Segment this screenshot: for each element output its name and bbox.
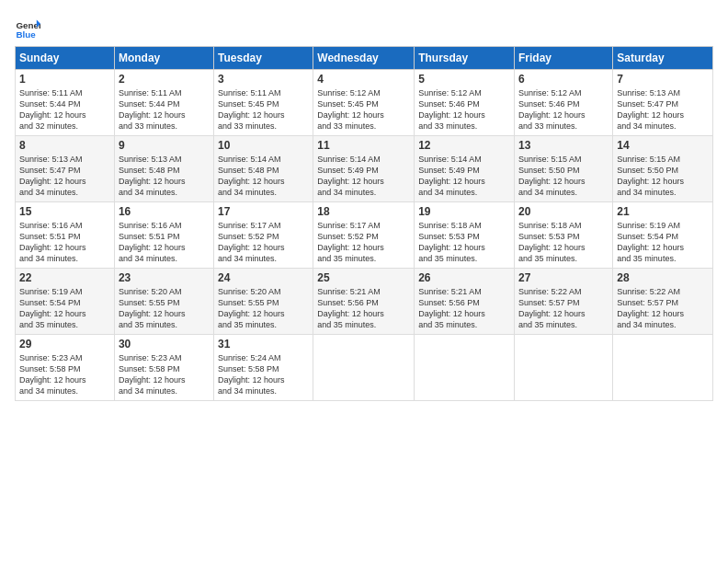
day-info: Sunrise: 5:20 AMSunset: 5:55 PMDaylight:… (119, 286, 210, 331)
day-info: Sunrise: 5:12 AMSunset: 5:46 PMDaylight:… (518, 87, 609, 132)
day-number: 20 (518, 205, 609, 218)
day-info: Sunrise: 5:14 AMSunset: 5:49 PMDaylight:… (317, 154, 410, 199)
calendar-day (415, 335, 515, 401)
header: General Blue (15, 15, 713, 40)
day-info: Sunrise: 5:17 AMSunset: 5:52 PMDaylight:… (218, 220, 309, 265)
day-info: Sunrise: 5:21 AMSunset: 5:56 PMDaylight:… (418, 286, 510, 331)
calendar-day: 30 Sunrise: 5:23 AMSunset: 5:58 PMDaylig… (114, 335, 213, 401)
calendar-day: 18 Sunrise: 5:17 AMSunset: 5:52 PMDaylig… (313, 202, 415, 269)
logo: General Blue (15, 15, 40, 40)
day-number: 26 (418, 271, 510, 284)
day-number: 11 (317, 139, 410, 152)
day-number: 21 (617, 205, 709, 218)
day-number: 29 (19, 338, 110, 350)
calendar-day: 11 Sunrise: 5:14 AMSunset: 5:49 PMDaylig… (313, 136, 415, 202)
day-number: 18 (317, 205, 410, 218)
day-number: 17 (218, 205, 309, 218)
calendar-day: 28 Sunrise: 5:22 AMSunset: 5:57 PMDaylig… (613, 269, 713, 335)
calendar-day: 1 Sunrise: 5:11 AMSunset: 5:44 PMDayligh… (16, 70, 115, 136)
calendar-week-2: 8 Sunrise: 5:13 AMSunset: 5:47 PMDayligh… (16, 136, 713, 202)
day-info: Sunrise: 5:24 AMSunset: 5:58 PMDaylight:… (218, 352, 309, 397)
day-info: Sunrise: 5:23 AMSunset: 5:58 PMDaylight:… (19, 352, 110, 397)
calendar-day: 5 Sunrise: 5:12 AMSunset: 5:46 PMDayligh… (415, 70, 515, 136)
day-number: 6 (518, 73, 609, 86)
day-number: 31 (218, 338, 309, 350)
calendar-day: 8 Sunrise: 5:13 AMSunset: 5:47 PMDayligh… (16, 136, 115, 202)
day-info: Sunrise: 5:13 AMSunset: 5:48 PMDaylight:… (119, 154, 210, 199)
day-number: 16 (119, 205, 210, 218)
day-number: 7 (617, 73, 709, 86)
calendar-day (613, 335, 713, 401)
logo-icon: General Blue (15, 15, 40, 40)
day-number: 12 (418, 139, 510, 152)
day-info: Sunrise: 5:20 AMSunset: 5:55 PMDaylight:… (218, 286, 309, 331)
day-number: 4 (317, 73, 410, 86)
day-info: Sunrise: 5:17 AMSunset: 5:52 PMDaylight:… (317, 220, 410, 265)
day-info: Sunrise: 5:22 AMSunset: 5:57 PMDaylight:… (617, 286, 709, 331)
day-number: 10 (218, 139, 309, 152)
day-info: Sunrise: 5:19 AMSunset: 5:54 PMDaylight:… (617, 220, 709, 265)
calendar-day: 9 Sunrise: 5:13 AMSunset: 5:48 PMDayligh… (114, 136, 213, 202)
weekday-header-sunday: Sunday (16, 47, 115, 70)
calendar-day: 19 Sunrise: 5:18 AMSunset: 5:53 PMDaylig… (415, 202, 515, 269)
weekday-header-wednesday: Wednesday (313, 47, 415, 70)
calendar-day: 2 Sunrise: 5:11 AMSunset: 5:44 PMDayligh… (114, 70, 213, 136)
calendar-day: 16 Sunrise: 5:16 AMSunset: 5:51 PMDaylig… (114, 202, 213, 269)
weekday-header-monday: Monday (114, 47, 213, 70)
day-info: Sunrise: 5:22 AMSunset: 5:57 PMDaylight:… (518, 286, 609, 331)
day-info: Sunrise: 5:13 AMSunset: 5:47 PMDaylight:… (19, 154, 110, 199)
calendar-week-3: 15 Sunrise: 5:16 AMSunset: 5:51 PMDaylig… (16, 202, 713, 269)
calendar-day: 13 Sunrise: 5:15 AMSunset: 5:50 PMDaylig… (515, 136, 613, 202)
day-number: 25 (317, 271, 410, 284)
calendar-day: 10 Sunrise: 5:14 AMSunset: 5:48 PMDaylig… (214, 136, 313, 202)
day-number: 1 (19, 73, 110, 86)
calendar-day: 3 Sunrise: 5:11 AMSunset: 5:45 PMDayligh… (214, 70, 313, 136)
day-number: 13 (518, 139, 609, 152)
day-number: 5 (418, 73, 510, 86)
weekday-header-thursday: Thursday (415, 47, 515, 70)
day-info: Sunrise: 5:12 AMSunset: 5:45 PMDaylight:… (317, 87, 410, 132)
day-info: Sunrise: 5:18 AMSunset: 5:53 PMDaylight:… (418, 220, 510, 265)
calendar-day: 7 Sunrise: 5:13 AMSunset: 5:47 PMDayligh… (613, 70, 713, 136)
calendar-day: 25 Sunrise: 5:21 AMSunset: 5:56 PMDaylig… (313, 269, 415, 335)
calendar-day: 31 Sunrise: 5:24 AMSunset: 5:58 PMDaylig… (214, 335, 313, 401)
day-info: Sunrise: 5:16 AMSunset: 5:51 PMDaylight:… (19, 220, 110, 265)
calendar-day (313, 335, 415, 401)
day-number: 24 (218, 271, 309, 284)
day-info: Sunrise: 5:19 AMSunset: 5:54 PMDaylight:… (19, 286, 110, 331)
main-container: General Blue SundayMondayTuesdayWednesda… (0, 0, 728, 408)
day-number: 19 (418, 205, 510, 218)
weekday-header-row: SundayMondayTuesdayWednesdayThursdayFrid… (16, 47, 713, 70)
day-info: Sunrise: 5:21 AMSunset: 5:56 PMDaylight:… (317, 286, 410, 331)
day-number: 14 (617, 139, 709, 152)
calendar-table: SundayMondayTuesdayWednesdayThursdayFrid… (15, 46, 713, 401)
day-info: Sunrise: 5:16 AMSunset: 5:51 PMDaylight:… (119, 220, 210, 265)
day-number: 28 (617, 271, 709, 284)
day-info: Sunrise: 5:13 AMSunset: 5:47 PMDaylight:… (617, 87, 709, 132)
day-info: Sunrise: 5:12 AMSunset: 5:46 PMDaylight:… (418, 87, 510, 132)
calendar-day: 27 Sunrise: 5:22 AMSunset: 5:57 PMDaylig… (515, 269, 613, 335)
day-info: Sunrise: 5:14 AMSunset: 5:48 PMDaylight:… (218, 154, 309, 199)
day-info: Sunrise: 5:14 AMSunset: 5:49 PMDaylight:… (418, 154, 510, 199)
calendar-day: 26 Sunrise: 5:21 AMSunset: 5:56 PMDaylig… (415, 269, 515, 335)
calendar-day: 22 Sunrise: 5:19 AMSunset: 5:54 PMDaylig… (16, 269, 115, 335)
calendar-week-1: 1 Sunrise: 5:11 AMSunset: 5:44 PMDayligh… (16, 70, 713, 136)
calendar-day: 24 Sunrise: 5:20 AMSunset: 5:55 PMDaylig… (214, 269, 313, 335)
calendar-week-4: 22 Sunrise: 5:19 AMSunset: 5:54 PMDaylig… (16, 269, 713, 335)
day-number: 9 (119, 139, 210, 152)
day-number: 3 (218, 73, 309, 86)
day-info: Sunrise: 5:11 AMSunset: 5:44 PMDaylight:… (19, 87, 110, 132)
day-number: 27 (518, 271, 609, 284)
day-number: 30 (119, 338, 210, 350)
calendar-day: 21 Sunrise: 5:19 AMSunset: 5:54 PMDaylig… (613, 202, 713, 269)
day-number: 8 (19, 139, 110, 152)
calendar-day: 29 Sunrise: 5:23 AMSunset: 5:58 PMDaylig… (16, 335, 115, 401)
calendar-day: 20 Sunrise: 5:18 AMSunset: 5:53 PMDaylig… (515, 202, 613, 269)
day-number: 15 (19, 205, 110, 218)
calendar-day: 17 Sunrise: 5:17 AMSunset: 5:52 PMDaylig… (214, 202, 313, 269)
weekday-header-friday: Friday (515, 47, 613, 70)
calendar-day: 15 Sunrise: 5:16 AMSunset: 5:51 PMDaylig… (16, 202, 115, 269)
calendar-day: 23 Sunrise: 5:20 AMSunset: 5:55 PMDaylig… (114, 269, 213, 335)
day-info: Sunrise: 5:18 AMSunset: 5:53 PMDaylight:… (518, 220, 609, 265)
day-number: 23 (119, 271, 210, 284)
